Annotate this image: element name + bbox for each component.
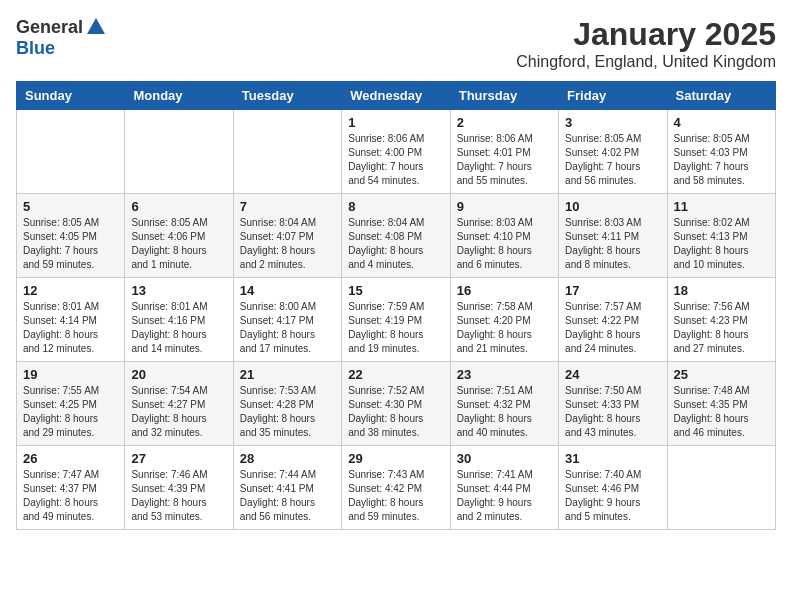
day-number: 16 [457,283,552,298]
day-number: 29 [348,451,443,466]
calendar-cell [667,446,775,530]
day-number: 14 [240,283,335,298]
location-title: Chingford, England, United Kingdom [516,53,776,71]
day-info: Sunrise: 8:02 AM Sunset: 4:13 PM Dayligh… [674,216,769,272]
weekday-header-row: SundayMondayTuesdayWednesdayThursdayFrid… [17,82,776,110]
day-number: 25 [674,367,769,382]
day-info: Sunrise: 8:06 AM Sunset: 4:00 PM Dayligh… [348,132,443,188]
day-info: Sunrise: 7:46 AM Sunset: 4:39 PM Dayligh… [131,468,226,524]
day-info: Sunrise: 7:51 AM Sunset: 4:32 PM Dayligh… [457,384,552,440]
day-number: 28 [240,451,335,466]
day-info: Sunrise: 8:03 AM Sunset: 4:10 PM Dayligh… [457,216,552,272]
calendar-cell: 8Sunrise: 8:04 AM Sunset: 4:08 PM Daylig… [342,194,450,278]
calendar-cell [125,110,233,194]
calendar-cell: 9Sunrise: 8:03 AM Sunset: 4:10 PM Daylig… [450,194,558,278]
calendar-week-row: 12Sunrise: 8:01 AM Sunset: 4:14 PM Dayli… [17,278,776,362]
calendar-cell: 14Sunrise: 8:00 AM Sunset: 4:17 PM Dayli… [233,278,341,362]
calendar-cell: 21Sunrise: 7:53 AM Sunset: 4:28 PM Dayli… [233,362,341,446]
calendar-cell: 23Sunrise: 7:51 AM Sunset: 4:32 PM Dayli… [450,362,558,446]
day-info: Sunrise: 7:43 AM Sunset: 4:42 PM Dayligh… [348,468,443,524]
day-number: 13 [131,283,226,298]
calendar-cell: 20Sunrise: 7:54 AM Sunset: 4:27 PM Dayli… [125,362,233,446]
calendar-cell: 5Sunrise: 8:05 AM Sunset: 4:05 PM Daylig… [17,194,125,278]
day-number: 18 [674,283,769,298]
day-info: Sunrise: 8:01 AM Sunset: 4:14 PM Dayligh… [23,300,118,356]
day-number: 12 [23,283,118,298]
day-info: Sunrise: 8:04 AM Sunset: 4:08 PM Dayligh… [348,216,443,272]
svg-marker-0 [87,18,105,34]
calendar-week-row: 19Sunrise: 7:55 AM Sunset: 4:25 PM Dayli… [17,362,776,446]
day-number: 20 [131,367,226,382]
calendar-cell: 26Sunrise: 7:47 AM Sunset: 4:37 PM Dayli… [17,446,125,530]
day-number: 19 [23,367,118,382]
calendar-cell: 25Sunrise: 7:48 AM Sunset: 4:35 PM Dayli… [667,362,775,446]
day-info: Sunrise: 7:50 AM Sunset: 4:33 PM Dayligh… [565,384,660,440]
day-info: Sunrise: 7:44 AM Sunset: 4:41 PM Dayligh… [240,468,335,524]
day-number: 11 [674,199,769,214]
calendar-cell: 13Sunrise: 8:01 AM Sunset: 4:16 PM Dayli… [125,278,233,362]
day-info: Sunrise: 8:03 AM Sunset: 4:11 PM Dayligh… [565,216,660,272]
day-number: 10 [565,199,660,214]
weekday-header-tuesday: Tuesday [233,82,341,110]
day-number: 26 [23,451,118,466]
day-number: 15 [348,283,443,298]
day-number: 22 [348,367,443,382]
title-block: January 2025 Chingford, England, United … [516,16,776,71]
day-info: Sunrise: 7:57 AM Sunset: 4:22 PM Dayligh… [565,300,660,356]
day-number: 21 [240,367,335,382]
day-info: Sunrise: 7:56 AM Sunset: 4:23 PM Dayligh… [674,300,769,356]
calendar-cell: 3Sunrise: 8:05 AM Sunset: 4:02 PM Daylig… [559,110,667,194]
calendar-cell [17,110,125,194]
weekday-header-thursday: Thursday [450,82,558,110]
weekday-header-friday: Friday [559,82,667,110]
weekday-header-wednesday: Wednesday [342,82,450,110]
calendar-cell: 19Sunrise: 7:55 AM Sunset: 4:25 PM Dayli… [17,362,125,446]
month-title: January 2025 [516,16,776,53]
day-info: Sunrise: 8:05 AM Sunset: 4:03 PM Dayligh… [674,132,769,188]
day-info: Sunrise: 7:53 AM Sunset: 4:28 PM Dayligh… [240,384,335,440]
day-number: 6 [131,199,226,214]
day-number: 1 [348,115,443,130]
calendar-week-row: 5Sunrise: 8:05 AM Sunset: 4:05 PM Daylig… [17,194,776,278]
weekday-header-sunday: Sunday [17,82,125,110]
weekday-header-monday: Monday [125,82,233,110]
day-number: 27 [131,451,226,466]
calendar-cell: 29Sunrise: 7:43 AM Sunset: 4:42 PM Dayli… [342,446,450,530]
calendar-cell: 30Sunrise: 7:41 AM Sunset: 4:44 PM Dayli… [450,446,558,530]
calendar-cell: 7Sunrise: 8:04 AM Sunset: 4:07 PM Daylig… [233,194,341,278]
calendar-cell: 31Sunrise: 7:40 AM Sunset: 4:46 PM Dayli… [559,446,667,530]
day-number: 5 [23,199,118,214]
calendar-cell: 1Sunrise: 8:06 AM Sunset: 4:00 PM Daylig… [342,110,450,194]
calendar-cell: 10Sunrise: 8:03 AM Sunset: 4:11 PM Dayli… [559,194,667,278]
calendar-cell: 24Sunrise: 7:50 AM Sunset: 4:33 PM Dayli… [559,362,667,446]
day-info: Sunrise: 8:05 AM Sunset: 4:05 PM Dayligh… [23,216,118,272]
day-info: Sunrise: 7:58 AM Sunset: 4:20 PM Dayligh… [457,300,552,356]
day-number: 17 [565,283,660,298]
calendar-cell: 6Sunrise: 8:05 AM Sunset: 4:06 PM Daylig… [125,194,233,278]
day-info: Sunrise: 7:59 AM Sunset: 4:19 PM Dayligh… [348,300,443,356]
calendar-cell: 17Sunrise: 7:57 AM Sunset: 4:22 PM Dayli… [559,278,667,362]
calendar-cell: 16Sunrise: 7:58 AM Sunset: 4:20 PM Dayli… [450,278,558,362]
day-number: 30 [457,451,552,466]
calendar-cell: 4Sunrise: 8:05 AM Sunset: 4:03 PM Daylig… [667,110,775,194]
calendar-cell: 11Sunrise: 8:02 AM Sunset: 4:13 PM Dayli… [667,194,775,278]
day-number: 31 [565,451,660,466]
day-info: Sunrise: 8:01 AM Sunset: 4:16 PM Dayligh… [131,300,226,356]
logo-general-text: General [16,17,83,38]
calendar-cell: 28Sunrise: 7:44 AM Sunset: 4:41 PM Dayli… [233,446,341,530]
day-number: 4 [674,115,769,130]
day-info: Sunrise: 7:54 AM Sunset: 4:27 PM Dayligh… [131,384,226,440]
logo: General Blue [16,16,107,59]
day-info: Sunrise: 8:05 AM Sunset: 4:06 PM Dayligh… [131,216,226,272]
logo-icon [85,16,107,38]
day-info: Sunrise: 7:55 AM Sunset: 4:25 PM Dayligh… [23,384,118,440]
day-number: 8 [348,199,443,214]
day-number: 24 [565,367,660,382]
weekday-header-saturday: Saturday [667,82,775,110]
day-info: Sunrise: 8:04 AM Sunset: 4:07 PM Dayligh… [240,216,335,272]
day-info: Sunrise: 7:41 AM Sunset: 4:44 PM Dayligh… [457,468,552,524]
day-number: 9 [457,199,552,214]
calendar-cell: 18Sunrise: 7:56 AM Sunset: 4:23 PM Dayli… [667,278,775,362]
calendar-table: SundayMondayTuesdayWednesdayThursdayFrid… [16,81,776,530]
day-info: Sunrise: 8:05 AM Sunset: 4:02 PM Dayligh… [565,132,660,188]
